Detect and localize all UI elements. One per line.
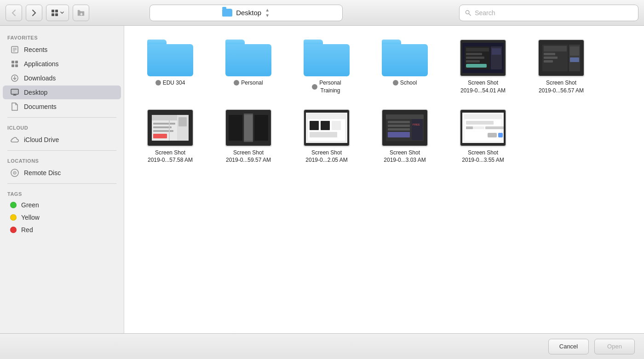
svg-rect-42 xyxy=(570,57,579,62)
svg-rect-30 xyxy=(466,60,480,63)
file-name: Screen Shot2019-0...3.55 AM xyxy=(462,149,504,165)
sidebar-item-recents[interactable]: Recents xyxy=(3,43,121,57)
open-button[interactable]: Open xyxy=(594,339,635,354)
remote-disc-icon xyxy=(10,168,19,177)
file-item[interactable]: FREE Screen Shot2019-0...3.03 AM xyxy=(368,107,442,167)
svg-rect-28 xyxy=(466,53,482,55)
sidebar-item-label: Desktop xyxy=(24,89,47,96)
green-tag-dot xyxy=(10,202,17,208)
svg-rect-63 xyxy=(332,121,341,130)
svg-rect-67 xyxy=(386,114,424,119)
svg-rect-39 xyxy=(544,60,553,63)
svg-rect-72 xyxy=(388,132,410,137)
sidebar-item-remote-disc[interactable]: Remote Disc xyxy=(3,166,121,180)
svg-rect-79 xyxy=(466,126,473,129)
sidebar-item-label: iCloud Drive xyxy=(24,136,59,143)
file-grid: EDU 304 Personal PersonalTraining xyxy=(124,26,644,333)
file-name: Screen Shot2019-0...59.57 AM xyxy=(226,149,271,165)
svg-rect-69 xyxy=(388,121,410,123)
sidebar-item-icloud-drive[interactable]: iCloud Drive xyxy=(3,133,121,147)
main-container: Favorites Recents A xyxy=(0,26,644,333)
file-item[interactable]: Screen Shot2019-0...54.01 AM xyxy=(446,37,520,97)
sidebar-item-desktop[interactable]: Desktop xyxy=(3,85,121,99)
svg-rect-41 xyxy=(570,46,579,56)
svg-rect-80 xyxy=(485,126,504,129)
svg-rect-37 xyxy=(544,53,555,55)
svg-rect-0 xyxy=(52,10,54,12)
svg-rect-82 xyxy=(498,133,503,137)
favorites-label: Favorites xyxy=(0,31,124,42)
locations-label: Locations xyxy=(0,154,124,165)
file-name: Screen Shot2019-0...2.05 AM xyxy=(305,149,347,165)
file-item[interactable]: Screen Shot2019-0...3.55 AM xyxy=(446,107,520,167)
downloads-icon xyxy=(10,74,19,83)
view-toggle-button[interactable] xyxy=(46,5,69,21)
svg-rect-19 xyxy=(11,89,18,94)
divider-2 xyxy=(7,150,116,151)
folder-dot xyxy=(312,84,317,90)
icloud-drive-icon xyxy=(10,135,19,144)
yellow-tag-dot xyxy=(10,214,17,221)
search-input[interactable] xyxy=(475,9,632,17)
file-name: Screen Shot2019-0...3.03 AM xyxy=(384,149,426,165)
sidebar-item-label: Documents xyxy=(24,103,57,110)
toolbar: Desktop ▲ ▼ xyxy=(0,0,644,26)
file-item[interactable]: Personal xyxy=(212,37,285,97)
svg-rect-48 xyxy=(153,123,175,125)
svg-rect-27 xyxy=(466,48,489,51)
location-title: Desktop xyxy=(236,9,261,17)
sidebar-item-yellow-tag[interactable]: Yellow xyxy=(3,211,121,223)
svg-rect-71 xyxy=(388,128,410,131)
folder-icon xyxy=(382,40,428,76)
file-item[interactable]: Screen Shot2019-0...2.05 AM xyxy=(290,107,363,167)
svg-rect-33 xyxy=(492,48,501,55)
svg-rect-60 xyxy=(308,114,345,119)
svg-rect-61 xyxy=(310,121,319,130)
folder-icon xyxy=(147,40,193,76)
sidebar-item-red-tag[interactable]: Red xyxy=(3,224,121,236)
sidebar: Favorites Recents A xyxy=(0,26,124,333)
forward-button[interactable] xyxy=(26,5,42,21)
sidebar-item-label: Green xyxy=(21,201,39,209)
folder-icon xyxy=(304,40,350,76)
file-item[interactable]: School xyxy=(368,37,442,97)
sidebar-item-label: Remote Disc xyxy=(24,169,61,177)
svg-rect-3 xyxy=(55,13,58,16)
desktop-icon xyxy=(10,88,19,97)
file-item[interactable]: Screen Shot2019-0...56.57 AM xyxy=(524,37,598,97)
svg-rect-62 xyxy=(321,121,330,130)
file-item[interactable]: Screen Shot2019-0...57.58 AM xyxy=(133,107,207,167)
svg-rect-55 xyxy=(244,115,253,141)
folder-dot xyxy=(393,80,398,85)
svg-rect-47 xyxy=(178,117,187,126)
file-item[interactable]: PersonalTraining xyxy=(290,37,363,97)
folder-action-icon xyxy=(77,9,85,17)
svg-rect-13 xyxy=(15,61,18,63)
file-name: Screen Shot2019-0...54.01 AM xyxy=(460,79,506,95)
svg-rect-50 xyxy=(153,130,173,132)
folder-icon xyxy=(225,40,271,76)
file-name: School xyxy=(400,79,417,87)
screenshot-thumbnail xyxy=(460,40,506,76)
sidebar-item-downloads[interactable]: Downloads xyxy=(3,71,121,85)
svg-rect-68 xyxy=(412,119,423,140)
new-folder-button[interactable] xyxy=(73,5,89,21)
sidebar-item-label: Downloads xyxy=(24,74,56,82)
screenshot-thumbnail xyxy=(147,109,193,146)
screenshot-thumbnail xyxy=(538,40,584,76)
search-bar[interactable] xyxy=(459,5,638,21)
location-bar[interactable]: Desktop ▲ ▼ xyxy=(150,5,343,21)
sidebar-item-label: Yellow xyxy=(21,214,40,221)
sidebar-item-green-tag[interactable]: Green xyxy=(3,199,121,211)
sidebar-item-documents[interactable]: Documents xyxy=(3,100,121,114)
svg-rect-29 xyxy=(466,57,484,59)
file-item[interactable]: Screen Shot2019-0...59.57 AM xyxy=(212,107,285,167)
back-button[interactable] xyxy=(6,5,22,21)
cancel-button[interactable]: Cancel xyxy=(548,339,589,354)
svg-rect-76 xyxy=(464,114,502,119)
sidebar-item-label: Applications xyxy=(24,60,59,68)
file-item[interactable]: EDU 304 xyxy=(133,37,207,97)
file-name: PersonalTraining xyxy=(319,79,341,95)
sidebar-item-applications[interactable]: Applications xyxy=(3,57,121,71)
screenshot-thumbnail xyxy=(225,109,271,146)
